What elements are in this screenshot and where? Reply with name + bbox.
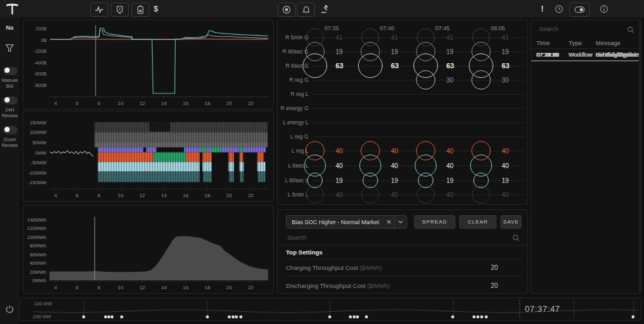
bid-value[interactable]: 63: [502, 62, 509, 70]
bid-circle-r-6sec-g[interactable]: [303, 53, 327, 78]
bid-circle-l-5min-l[interactable]: [417, 186, 435, 204]
history-clock-icon[interactable]: [553, 3, 565, 15]
log-row[interactable]: 07:20:25WorkflowPending Forecasting: [531, 50, 641, 61]
bid-circle-l-5min-l[interactable]: [306, 186, 324, 204]
search-icon: [627, 26, 634, 33]
bid-circle-r-6sec-g[interactable]: [358, 53, 383, 78]
timeline-y-top-label: 100 MW: [34, 301, 52, 307]
soc-chart-panel[interactable]: 140MWh120MWh100MWh80MWh60MWh40MWh20MWh0M…: [23, 205, 274, 294]
log-search-input[interactable]: [538, 24, 624, 33]
bid-value[interactable]: 40: [502, 148, 509, 155]
bid-value[interactable]: 19: [391, 48, 398, 55]
bid-value[interactable]: 19: [336, 177, 343, 184]
bid-value[interactable]: 19: [391, 177, 398, 184]
bid-value[interactable]: 19: [446, 177, 453, 184]
timeline-event-dot[interactable]: [228, 316, 231, 319]
preset-dropdown[interactable]: Bias SOC Higher - Normal Market ✕: [286, 215, 407, 229]
svg-text:20MWh: 20MWh: [30, 269, 46, 275]
setting-value-charging[interactable]: 20: [482, 264, 498, 271]
timeline-event-dot[interactable]: [353, 316, 356, 319]
timeline-event-dot[interactable]: [111, 316, 114, 319]
timeline-event-dot[interactable]: [206, 316, 209, 319]
timeline-event-dot[interactable]: [328, 316, 332, 319]
auction-gavel-icon[interactable]: [318, 3, 331, 15]
price-chart-panel[interactable]: 200$0$-200$-400$-600$-800$46810121416182…: [23, 19, 274, 110]
bid-value[interactable]: 40: [336, 191, 343, 198]
bid-value[interactable]: 40: [336, 148, 343, 155]
bid-value[interactable]: 40: [446, 162, 453, 169]
save-button[interactable]: SAVE: [500, 215, 522, 229]
bid-value[interactable]: 19: [502, 48, 509, 55]
alerts-button[interactable]: [297, 3, 315, 17]
clear-button[interactable]: CLEAR: [459, 215, 497, 229]
timeline-event-dot[interactable]: [480, 316, 484, 319]
log-col-message[interactable]: Message: [596, 39, 621, 46]
bid-value[interactable]: 40: [336, 162, 343, 169]
timeline-panel[interactable]: 100 MW -100 MW 07:37:47: [19, 298, 641, 321]
bid-value[interactable]: 40: [502, 162, 509, 169]
bid-value[interactable]: 19: [502, 177, 509, 184]
timeline-event-dot[interactable]: [82, 316, 86, 319]
timeline-event-dot[interactable]: [356, 316, 359, 319]
settings-search-input[interactable]: [286, 233, 501, 242]
toggle-manual-bid[interactable]: [3, 67, 17, 75]
price-chart-button[interactable]: [90, 3, 108, 17]
bid-value[interactable]: 40: [391, 148, 398, 155]
battery-button[interactable]: [131, 3, 149, 17]
timeline-event-dot[interactable]: [232, 316, 235, 319]
bid-circle-l-5min-l[interactable]: [472, 186, 490, 204]
timeline-event-dot[interactable]: [120, 316, 124, 319]
timeline-event-dot[interactable]: [104, 316, 108, 319]
timeline-event-dot[interactable]: [349, 316, 352, 319]
target-button[interactable]: [278, 3, 296, 17]
dollar-icon[interactable]: $: [149, 3, 162, 15]
chevron-down-icon[interactable]: [394, 216, 406, 228]
info-icon[interactable]: [598, 3, 611, 15]
filter-funnel-icon[interactable]: [5, 44, 14, 52]
toggle-zoom-review[interactable]: [3, 126, 17, 134]
timeline-event-dot[interactable]: [477, 316, 480, 319]
dispatch-chart-panel[interactable]: 150MW100MW50MW0MW-50MW-100MW-150MW468101…: [23, 111, 274, 202]
charge-tag-button[interactable]: [111, 3, 129, 17]
bid-value[interactable]: 41: [502, 34, 509, 41]
bid-value[interactable]: 40: [446, 191, 453, 198]
log-col-type[interactable]: Type: [569, 39, 582, 46]
bid-value[interactable]: 41: [391, 34, 398, 41]
bid-value[interactable]: 63: [446, 62, 454, 70]
bid-value[interactable]: 40: [391, 162, 398, 169]
bid-circle-r-reg-g[interactable]: [416, 70, 435, 90]
timeline-event-dot[interactable]: [235, 316, 238, 319]
timeline-event-dot[interactable]: [365, 316, 368, 319]
bid-value[interactable]: 63: [336, 62, 343, 70]
timeline-event-dot[interactable]: [108, 316, 111, 319]
timeline-event-dot[interactable]: [473, 316, 476, 319]
bid-value[interactable]: 19: [446, 48, 453, 55]
log-col-time[interactable]: Time: [536, 39, 550, 46]
bid-value[interactable]: 30: [502, 77, 509, 84]
bid-value[interactable]: 30: [446, 77, 453, 84]
setting-value-discharging[interactable]: 20: [482, 282, 498, 289]
bid-circle-l-5min-l[interactable]: [361, 186, 379, 204]
bid-value[interactable]: 40: [446, 148, 453, 155]
bid-value[interactable]: 40: [502, 191, 509, 198]
mode-toggle-button[interactable]: [569, 3, 590, 17]
spread-button[interactable]: SPREAD: [414, 215, 455, 229]
timeline-event-dot[interactable]: [632, 316, 635, 319]
bid-value[interactable]: 41: [336, 34, 343, 41]
preset-clear-icon[interactable]: ✕: [384, 218, 394, 225]
tesla-logo-icon[interactable]: [5, 2, 19, 16]
bid-value[interactable]: 40: [391, 191, 398, 198]
bid-value[interactable]: 63: [391, 62, 399, 70]
timeline-event-dot[interactable]: [485, 316, 488, 319]
toggle-24h-review[interactable]: [3, 97, 17, 104]
power-icon[interactable]: [5, 305, 14, 314]
bid-value[interactable]: 19: [336, 48, 343, 55]
setting-row-charging[interactable]: Charging Throughput Cost ($/MWh): [286, 264, 382, 271]
timeline-event-dot[interactable]: [240, 316, 243, 319]
log-scrollbar[interactable]: [639, 20, 641, 294]
bid-circle-r-reg-g[interactable]: [471, 70, 491, 90]
bid-value[interactable]: 41: [446, 34, 453, 41]
alert-exclamation-icon[interactable]: !: [536, 3, 549, 15]
timeline-event-dot[interactable]: [451, 316, 455, 319]
setting-row-discharging[interactable]: Discharging Throughput Cost ($/MWh): [286, 282, 390, 289]
